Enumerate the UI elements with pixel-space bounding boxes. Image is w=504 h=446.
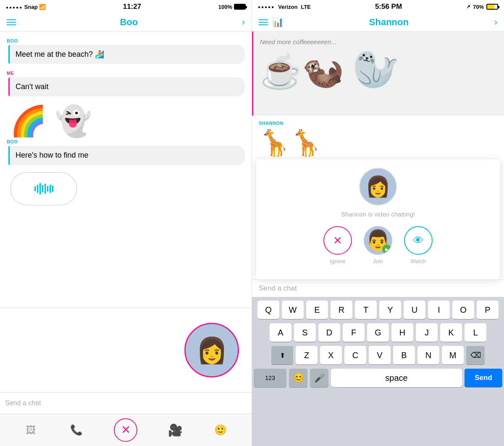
right-panel: ●●●●● Verizon LTE 5:56 PM ↗ 70% 📊 Shanno… bbox=[252, 0, 504, 446]
battery-pct-left: 100% bbox=[218, 4, 232, 10]
wifi-icon: 📶 bbox=[39, 4, 46, 10]
send-chat-input[interactable]: Send a chat bbox=[259, 284, 297, 292]
camera-icon-left[interactable]: 🎥 bbox=[168, 422, 183, 438]
menu-icon-right[interactable] bbox=[259, 19, 268, 25]
message-group-1: BOO Meet me at the beach? 🏄 bbox=[0, 38, 252, 64]
battery-fill-left bbox=[235, 5, 245, 9]
join-video-icon: ▶ bbox=[385, 247, 388, 252]
battery-left: 100% bbox=[218, 4, 246, 10]
key-W[interactable]: W bbox=[282, 301, 304, 319]
video-avatar-left: 👩 bbox=[184, 323, 239, 377]
key-V[interactable]: V bbox=[369, 346, 391, 364]
nav-chevron-right[interactable]: › bbox=[494, 17, 497, 28]
key-B[interactable]: B bbox=[393, 346, 415, 364]
ignore-circle: ✕ bbox=[323, 226, 352, 255]
join-label: Join bbox=[373, 258, 383, 264]
key-R[interactable]: R bbox=[331, 301, 352, 319]
key-C[interactable]: C bbox=[344, 346, 366, 364]
watch-button[interactable]: 👁 Watch bbox=[404, 226, 433, 264]
key-shift[interactable]: ⬆ bbox=[271, 346, 293, 364]
key-G[interactable]: G bbox=[367, 323, 389, 342]
image-icon-left[interactable]: 🖼 bbox=[24, 422, 39, 438]
key-A[interactable]: A bbox=[270, 323, 291, 342]
ghost-sticker: 👻 bbox=[55, 106, 92, 136]
battery-fill-right bbox=[487, 5, 494, 9]
status-right-group: ↗ 70% bbox=[466, 4, 498, 10]
nav-bar-right: 📊 Shannon › bbox=[252, 13, 504, 32]
action-buttons: ✕ Ignore 👨 ▶ Join 👁 Watch bbox=[323, 226, 433, 264]
join-circle: 👨 ▶ bbox=[364, 226, 392, 255]
key-E[interactable]: E bbox=[306, 301, 328, 319]
video-preview-area: 👩 bbox=[0, 308, 252, 392]
join-video-badge: ▶ bbox=[382, 245, 391, 254]
key-delete[interactable]: ⌫ bbox=[466, 346, 485, 364]
key-O[interactable]: O bbox=[452, 301, 474, 319]
signal-dots-left: ●●●●● bbox=[6, 5, 23, 10]
key-S[interactable]: S bbox=[294, 323, 316, 342]
sender-label-boo-2: BOO bbox=[0, 139, 252, 146]
watch-label: Watch bbox=[411, 258, 426, 264]
key-F[interactable]: F bbox=[343, 323, 365, 342]
ignore-button[interactable]: ✕ Ignore bbox=[323, 226, 352, 264]
message-bubble-boo-1: Meet me at the beach? 🏄 bbox=[8, 45, 245, 64]
shannon-sender-label: SHANNON bbox=[252, 116, 504, 127]
location-icon: ↗ bbox=[466, 4, 470, 10]
chat-input-left[interactable]: Send a chat bbox=[5, 396, 247, 410]
video-chat-overlay: 👩 Shannon is video chatting! ✕ Ignore 👨 … bbox=[256, 159, 500, 280]
key-Z[interactable]: Z bbox=[296, 346, 318, 364]
key-Q[interactable]: Q bbox=[257, 301, 279, 319]
key-Y[interactable]: Y bbox=[379, 301, 401, 319]
key-numbers[interactable]: 123 bbox=[254, 369, 286, 387]
key-D[interactable]: D bbox=[318, 323, 340, 342]
close-button-left[interactable]: ✕ bbox=[114, 418, 137, 442]
menu-icon-left[interactable] bbox=[7, 19, 16, 25]
key-H[interactable]: H bbox=[391, 323, 413, 342]
audio-message[interactable] bbox=[10, 172, 77, 206]
nav-chevron-left[interactable]: › bbox=[242, 17, 245, 28]
key-X[interactable]: X bbox=[320, 346, 342, 364]
sticker-chat-area: Need more coffeeeeeeen... ☕🦦 🦭 bbox=[252, 32, 504, 116]
left-panel: ●●●●● Snap 📶 11:27 100% Boo › BOO Meet m… bbox=[0, 0, 252, 446]
message-group-2: ME Can't wait bbox=[0, 71, 252, 96]
key-L[interactable]: L bbox=[465, 323, 486, 342]
coffee-sticker: ☕🦦 bbox=[260, 55, 344, 88]
key-K[interactable]: K bbox=[440, 323, 462, 342]
key-I[interactable]: I bbox=[428, 301, 450, 319]
emoji-icon-left[interactable]: 🙂 bbox=[213, 422, 228, 438]
bottom-left: 👩 Send a chat 🖼 📞 ✕ 🎥 🙂 bbox=[0, 308, 252, 446]
keyboard-row-1: Q W E R T Y U I O P bbox=[254, 301, 502, 319]
toolbar-left: 🖼 📞 ✕ 🎥 🙂 bbox=[0, 414, 252, 446]
watch-eye-icon: 👁 bbox=[413, 234, 424, 247]
status-bar-right: ●●●●● Verizon LTE 5:56 PM ↗ 70% bbox=[252, 0, 504, 13]
key-U[interactable]: U bbox=[404, 301, 425, 319]
rainbow-sticker: 🌈 bbox=[10, 106, 47, 136]
status-left-group-right: ●●●●● Verizon LTE bbox=[258, 4, 311, 10]
key-M[interactable]: M bbox=[442, 346, 464, 364]
send-chat-row[interactable]: Send a chat bbox=[252, 280, 504, 297]
key-T[interactable]: T bbox=[355, 301, 377, 319]
ignore-x-icon: ✕ bbox=[333, 234, 342, 247]
bar-chart-icon[interactable]: 📊 bbox=[272, 17, 284, 28]
key-emoji[interactable]: 😊 bbox=[289, 369, 307, 387]
close-x-icon: ✕ bbox=[121, 424, 131, 436]
key-space[interactable]: space bbox=[331, 369, 462, 387]
time-right: 5:56 PM bbox=[375, 3, 402, 11]
sticker-row-left: 🌈 👻 bbox=[0, 103, 252, 139]
key-N[interactable]: N bbox=[417, 346, 439, 364]
chat-input-row-left: Send a chat bbox=[0, 392, 252, 414]
phone-icon-left[interactable]: 📞 bbox=[69, 422, 84, 438]
key-P[interactable]: P bbox=[477, 301, 499, 319]
network-type-right: LTE bbox=[301, 4, 311, 10]
sender-label-boo-1: BOO bbox=[0, 38, 252, 45]
ignore-label: Ignore bbox=[330, 258, 346, 264]
video-chat-status: Shannon is video chatting! bbox=[341, 211, 415, 218]
keyboard-bottom-row: 123 😊 🎤 space Send bbox=[254, 369, 502, 387]
key-J[interactable]: J bbox=[416, 323, 438, 342]
key-microphone[interactable]: 🎤 bbox=[310, 369, 328, 387]
message-group-3: BOO Here's how to find me bbox=[0, 139, 252, 165]
join-button[interactable]: 👨 ▶ Join bbox=[364, 226, 392, 264]
nav-left-group: 📊 bbox=[259, 17, 284, 28]
chat-title-right: Shannon bbox=[369, 17, 409, 28]
key-send[interactable]: Send bbox=[465, 369, 502, 387]
chat-area-left: BOO Meet me at the beach? 🏄 ME Can't wai… bbox=[0, 32, 252, 308]
